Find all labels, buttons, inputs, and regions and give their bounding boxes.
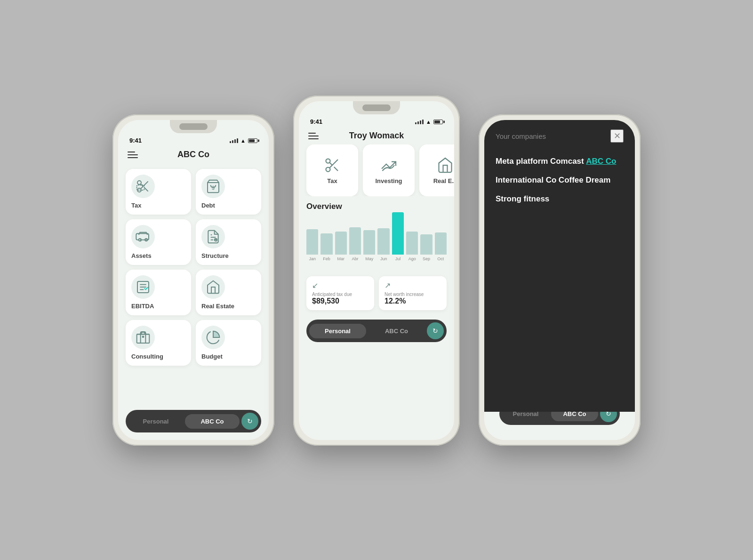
close-companies-button[interactable]: ✕ bbox=[610, 129, 624, 143]
bar-label-may: May bbox=[365, 256, 373, 261]
signal-icon-mid bbox=[415, 120, 424, 124]
battery-icon-mid bbox=[433, 120, 443, 124]
tab-company-mid[interactable]: ABC Co bbox=[368, 324, 425, 338]
app-header-mid: Troy Womack bbox=[299, 127, 454, 144]
tile-tax-label: Tax bbox=[131, 202, 141, 209]
bar-label-jul: Jul bbox=[395, 256, 401, 261]
overview-section: Overview JanFebMarAbrMayJunJulAgoSepOct bbox=[299, 196, 454, 276]
notch-left bbox=[170, 120, 217, 133]
tab-action-mid[interactable]: ↻ bbox=[427, 322, 444, 339]
companies-list: Meta platform Comcast ABC Co Internation… bbox=[496, 152, 624, 208]
svg-line-29 bbox=[334, 167, 338, 170]
tile-real-estate[interactable]: Real Estate bbox=[196, 270, 261, 315]
assets-icon-wrapper bbox=[131, 225, 155, 248]
company-fitness[interactable]: Strong fitness bbox=[496, 190, 549, 208]
tab-personal-left[interactable]: Personal bbox=[128, 414, 183, 429]
bar-jan bbox=[306, 229, 318, 255]
svg-point-26 bbox=[326, 159, 330, 163]
bottom-bar-mid: Personal ABC Co ↻ bbox=[306, 320, 447, 342]
tile-consulting[interactable]: Consulting bbox=[126, 320, 191, 366]
notch-mid bbox=[353, 101, 400, 114]
app-title-left: ABC Co bbox=[177, 150, 209, 160]
category-tax[interactable]: Tax bbox=[306, 144, 358, 196]
tile-budget[interactable]: Budget bbox=[196, 320, 261, 366]
tile-debt[interactable]: $ Debt bbox=[196, 169, 261, 215]
svg-point-27 bbox=[326, 167, 330, 171]
svg-rect-17 bbox=[137, 334, 150, 343]
stat-networth-value: 12.2% bbox=[385, 297, 441, 305]
bar-abr bbox=[349, 227, 361, 255]
tab-action-left[interactable]: ↻ bbox=[241, 413, 258, 430]
bar-mar bbox=[335, 232, 347, 255]
investing-icon bbox=[380, 157, 397, 174]
wifi-icon-mid: ▲ bbox=[426, 119, 431, 125]
budget-icon-wrapper bbox=[201, 326, 225, 349]
company-international[interactable]: International Co bbox=[496, 171, 556, 190]
bar-col: Jun bbox=[377, 228, 389, 261]
company-abc[interactable]: ABC Co bbox=[586, 152, 616, 171]
hamburger-line bbox=[308, 138, 319, 139]
tile-assets[interactable]: Assets bbox=[126, 219, 191, 265]
stat-net-worth: ↗ Net worth increase 12.2% bbox=[379, 276, 447, 310]
real-estate-icon-wrapper bbox=[201, 275, 225, 299]
stat-networth-icon: ↗ bbox=[385, 281, 441, 290]
bottom-bar-left: Personal ABC Co ↻ bbox=[126, 410, 261, 432]
status-icons-left: ▲ bbox=[230, 138, 257, 144]
status-time-left: 9:41 bbox=[129, 137, 142, 144]
consulting-icon-wrapper bbox=[131, 326, 155, 349]
company-meta[interactable]: Meta platform bbox=[496, 152, 548, 171]
hamburger-line bbox=[128, 154, 138, 155]
category-real-estate[interactable]: Real E... bbox=[419, 144, 454, 196]
hamburger-line bbox=[128, 157, 138, 158]
stat-tax-icon: ↙ bbox=[312, 281, 368, 290]
house-icon-mid bbox=[437, 157, 454, 174]
bar-may bbox=[363, 230, 375, 255]
bar-label-abr: Abr bbox=[352, 256, 359, 261]
bar-label-mar: Mar bbox=[337, 256, 344, 261]
company-comcast[interactable]: Comcast bbox=[550, 152, 584, 171]
bar-col: Feb bbox=[320, 233, 332, 261]
bar-col: Jul bbox=[392, 212, 404, 261]
car-icon bbox=[136, 229, 151, 244]
stat-tax-label: Anticipated tax due bbox=[312, 292, 368, 297]
bar-label-jan: Jan bbox=[309, 256, 316, 261]
bar-col: Mar bbox=[335, 232, 347, 262]
scissors-icon bbox=[136, 179, 151, 194]
category-investing[interactable]: Investing bbox=[363, 144, 415, 196]
tax-icon-wrapper bbox=[131, 175, 155, 198]
tab-company-left[interactable]: ABC Co bbox=[185, 414, 240, 429]
tile-consulting-label: Consulting bbox=[131, 353, 163, 360]
bar-label-ago: Ago bbox=[409, 256, 416, 261]
tile-real-estate-label: Real Estate bbox=[201, 303, 234, 310]
bar-jun bbox=[377, 228, 389, 255]
tab-personal-mid[interactable]: Personal bbox=[309, 324, 366, 338]
building-icon bbox=[136, 330, 151, 345]
tile-assets-label: Assets bbox=[131, 252, 152, 259]
company-coffee[interactable]: Coffee Dream bbox=[559, 171, 611, 190]
tile-budget-label: Budget bbox=[201, 353, 223, 360]
signal-icon bbox=[230, 138, 238, 143]
bar-label-oct: Oct bbox=[437, 256, 444, 261]
companies-overlay: Your companies ✕ Meta platform Comcast A… bbox=[484, 120, 635, 412]
stat-networth-label: Net worth increase bbox=[385, 292, 441, 297]
bar-col: May bbox=[363, 230, 375, 261]
tile-ebitda[interactable]: EBITDA bbox=[126, 270, 191, 315]
bar-chart: JanFebMarAbrMayJunJulAgoSepOct bbox=[306, 216, 447, 272]
tile-structure[interactable]: Structure bbox=[196, 219, 261, 265]
hamburger-icon-left[interactable] bbox=[128, 152, 138, 158]
stats-row: ↙ Anticipated tax due $89,530 ↗ Net wort… bbox=[299, 276, 454, 316]
tile-tax[interactable]: Tax bbox=[126, 169, 191, 215]
category-tax-label: Tax bbox=[327, 177, 337, 184]
hamburger-line bbox=[308, 136, 319, 136]
hamburger-icon-mid[interactable] bbox=[308, 133, 319, 139]
svg-line-3 bbox=[144, 188, 148, 191]
bar-label-sep: Sep bbox=[423, 256, 430, 261]
svg-line-30 bbox=[329, 162, 332, 165]
bar-col: Jan bbox=[306, 229, 318, 261]
svg-text:$: $ bbox=[212, 185, 215, 191]
tile-ebitda-label: EBITDA bbox=[131, 303, 154, 310]
pie-icon bbox=[206, 330, 221, 345]
hamburger-line bbox=[308, 133, 316, 134]
structure-icon-wrapper bbox=[201, 225, 225, 248]
category-investing-label: Investing bbox=[375, 177, 402, 184]
